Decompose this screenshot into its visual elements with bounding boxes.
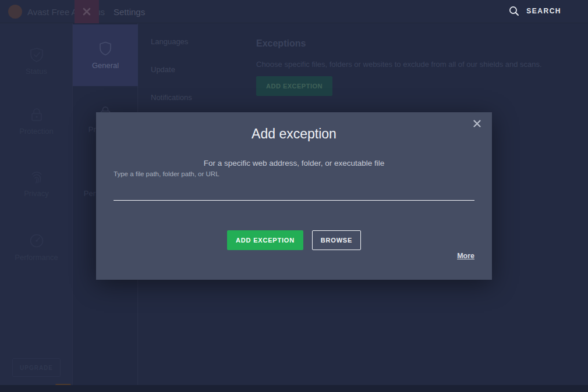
- settings-title: Settings: [114, 7, 145, 17]
- gauge-icon: [29, 233, 45, 249]
- shield-icon: [98, 41, 113, 56]
- subnav-item-update[interactable]: Update: [151, 65, 175, 74]
- search-label: SEARCH: [526, 7, 561, 15]
- search-button[interactable]: SEARCH: [508, 5, 561, 17]
- bottom-edge-strip: [0, 385, 588, 392]
- tab-label: General: [92, 61, 119, 70]
- dialog-subtitle: For a specific web address, folder, or e…: [96, 159, 492, 168]
- add-exception-dialog: Add exception For a specific web address…: [96, 112, 492, 280]
- fingerprint-icon: [29, 169, 45, 185]
- dialog-title: Add exception: [96, 126, 492, 142]
- subnav-item-languages[interactable]: Languages: [151, 37, 188, 46]
- avast-app-window: Avast Free Antivirus Settings SEARCH Sta…: [0, 0, 588, 392]
- sidebar-item-label: Protection: [19, 127, 54, 136]
- avast-logo-icon: [8, 5, 22, 19]
- sidebar-item-privacy[interactable]: Privacy: [0, 169, 73, 198]
- lock-icon: [29, 106, 45, 123]
- tab-general[interactable]: General: [73, 24, 138, 86]
- exception-path-input[interactable]: [114, 168, 474, 201]
- sidebar-item-label: Privacy: [24, 189, 49, 198]
- exceptions-description: Choose specific files, folders or websit…: [256, 60, 542, 69]
- dialog-add-exception-button[interactable]: ADD EXCEPTION: [227, 230, 303, 250]
- search-icon: [508, 5, 520, 17]
- sidebar-item-label: Performance: [15, 253, 58, 262]
- top-bar: Avast Free Antivirus Settings SEARCH: [0, 0, 588, 23]
- more-link[interactable]: More: [457, 252, 474, 260]
- sidebar-item-status[interactable]: Status: [0, 47, 73, 76]
- settings-close-button[interactable]: [75, 0, 99, 23]
- page-title: Exceptions: [256, 38, 306, 49]
- add-exception-button-background[interactable]: ADD EXCEPTION: [256, 76, 332, 96]
- sidebar-item-label: Status: [26, 67, 47, 76]
- sidebar-item-performance[interactable]: Performance: [0, 233, 73, 262]
- upgrade-button[interactable]: UPGRADE: [12, 358, 61, 377]
- sidebar-item-protection[interactable]: Protection: [0, 106, 73, 136]
- shield-check-icon: [29, 47, 45, 63]
- close-icon: [83, 8, 91, 16]
- main-sidebar: Status Protection Privacy Performance UP…: [0, 23, 73, 385]
- dialog-browse-button[interactable]: BROWSE: [312, 230, 361, 250]
- subnav-item-notifications[interactable]: Notifications: [151, 93, 192, 102]
